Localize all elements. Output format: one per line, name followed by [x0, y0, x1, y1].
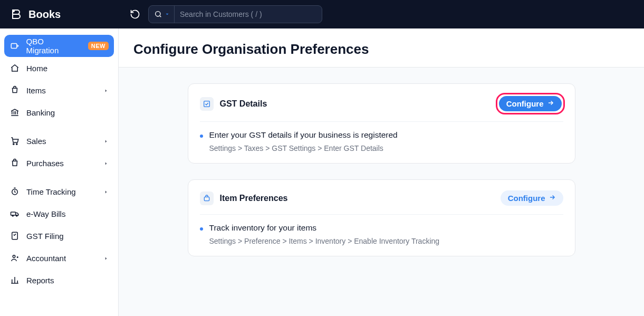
- svg-rect-11: [204, 101, 209, 107]
- brand-name: Books: [28, 8, 61, 21]
- home-icon: [9, 63, 20, 73]
- sidebar-item-home[interactable]: Home: [4, 57, 114, 79]
- main-content: Configure Organisation Preferences GST D…: [119, 28, 644, 316]
- svg-point-4: [16, 143, 17, 145]
- accountant-icon: [9, 253, 20, 263]
- configure-label: Configure: [506, 99, 544, 108]
- sidebar-item-purchases[interactable]: Purchases: [4, 152, 114, 174]
- reports-icon: [9, 275, 20, 285]
- items-icon: [9, 85, 20, 95]
- configure-button[interactable]: Configure: [499, 96, 562, 111]
- search-box[interactable]: [148, 5, 322, 23]
- card-header: Item Preferences Configure: [200, 190, 563, 215]
- chevron-right-icon: [103, 187, 109, 196]
- bullet-dot: [200, 227, 203, 231]
- chevron-right-icon: [103, 159, 109, 168]
- page-title: Configure Organisation Preferences: [133, 41, 629, 58]
- sidebar-item-label: Home: [26, 64, 47, 73]
- purchases-icon: [9, 158, 20, 168]
- sidebar-item-qbo-migration[interactable]: QBO MigrationNEW: [4, 35, 114, 57]
- sidebar-item-label: Banking: [26, 108, 55, 117]
- sidebar-item-reports[interactable]: Reports: [4, 269, 114, 291]
- bullet-text: Enter your GST details if your business …: [209, 130, 398, 140]
- settings-path: Settings > Taxes > GST Settings > Enter …: [200, 144, 563, 152]
- svg-point-3: [13, 143, 14, 145]
- configure-label: Configure: [508, 194, 545, 203]
- gst-filing-icon: [9, 231, 20, 241]
- card-gst-details: GST Details Configure Enter your GST det…: [188, 83, 575, 164]
- sidebar-item-banking[interactable]: Banking: [4, 101, 114, 123]
- refresh-button[interactable]: [129, 8, 141, 20]
- settings-path: Settings > Preference > Items > Inventor…: [200, 237, 563, 245]
- sidebar-item-eway-bills[interactable]: e-Way Bills: [4, 203, 114, 225]
- configure-button[interactable]: Configure: [501, 190, 563, 206]
- brand: Books: [0, 0, 119, 28]
- sidebar-item-label: Purchases: [26, 159, 64, 168]
- sidebar-item-label: Reports: [26, 276, 54, 285]
- card-header-icon: [200, 191, 214, 205]
- bullet-text: Track inventory for your items: [209, 223, 317, 233]
- card-body: Enter your GST details if your business …: [200, 122, 563, 152]
- sidebar-item-sales[interactable]: Sales: [4, 130, 114, 152]
- sidebar-item-accountant[interactable]: Accountant: [4, 247, 114, 269]
- top-bar: Books: [0, 0, 644, 28]
- chevron-right-icon: [103, 137, 109, 146]
- search-input[interactable]: [175, 10, 316, 18]
- sidebar-item-items[interactable]: Items: [4, 79, 114, 101]
- sidebar-item-label: QBO Migration: [26, 37, 78, 55]
- arrow-right-icon: [547, 99, 554, 108]
- qbo-migration-icon: [9, 41, 20, 51]
- sidebar-item-label: Sales: [26, 137, 46, 146]
- eway-bills-icon: [9, 208, 20, 219]
- bullet-dot: [200, 135, 203, 138]
- card-header-icon: [200, 97, 214, 111]
- sidebar-item-label: Time Tracking: [26, 187, 76, 196]
- new-badge: NEW: [88, 42, 109, 50]
- top-actions: [119, 5, 322, 23]
- svg-rect-9: [12, 232, 18, 240]
- svg-rect-12: [204, 197, 209, 200]
- content-area: GST Details Configure Enter your GST det…: [119, 68, 644, 316]
- sidebar-item-label: e-Way Bills: [26, 209, 65, 218]
- sales-icon: [9, 136, 20, 146]
- page-header: Configure Organisation Preferences: [119, 28, 644, 68]
- card-header: GST Details Configure: [200, 94, 563, 122]
- svg-point-10: [13, 255, 15, 258]
- sidebar-item-label: GST Filing: [26, 232, 64, 241]
- sidebar: QBO MigrationNEWHomeItemsBankingSalesPur…: [0, 28, 119, 316]
- sidebar-item-label: Accountant: [26, 254, 66, 263]
- svg-rect-2: [11, 44, 17, 49]
- card-item-preferences: Item Preferences Configure Track invento…: [188, 179, 575, 256]
- time-tracking-icon: [9, 186, 20, 197]
- sidebar-item-label: Items: [26, 86, 46, 95]
- card-body: Track inventory for your items Settings …: [200, 215, 563, 245]
- sidebar-item-time-tracking[interactable]: Time Tracking: [4, 180, 114, 203]
- brand-icon: [9, 7, 23, 21]
- search-scope-dropdown[interactable]: [154, 6, 175, 23]
- sidebar-item-gst-filing[interactable]: GST Filing: [4, 225, 114, 247]
- banking-icon: [9, 107, 20, 118]
- svg-point-0: [13, 11, 14, 12]
- card-title: Item Preferences: [220, 194, 288, 203]
- chevron-right-icon: [103, 254, 109, 263]
- arrow-right-icon: [549, 194, 556, 203]
- svg-point-1: [156, 12, 160, 16]
- chevron-right-icon: [103, 86, 109, 95]
- card-title: GST Details: [220, 99, 267, 109]
- highlight-ring: Configure: [497, 94, 563, 113]
